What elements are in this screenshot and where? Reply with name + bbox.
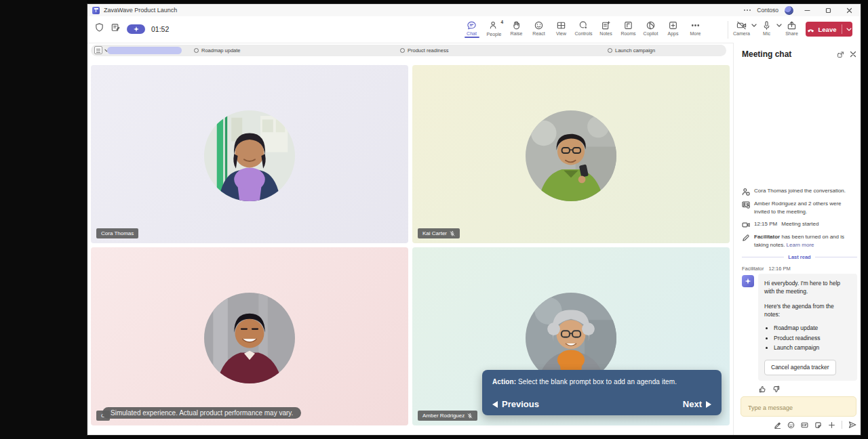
copilot-icon	[646, 20, 656, 30]
camera-off-icon	[736, 20, 747, 30]
facilitator-avatar	[742, 275, 754, 287]
tab-view[interactable]: View	[550, 18, 572, 39]
tab-raise[interactable]: Raise	[505, 18, 528, 39]
facilitator-message-bubble: Hi everybody. I'm here to help with the …	[758, 274, 857, 381]
message-sender: Facilitator	[742, 266, 764, 272]
controls-icon	[578, 20, 589, 30]
previous-arrow-icon	[492, 401, 498, 408]
sticker-icon[interactable]	[814, 421, 822, 429]
tab-people[interactable]: 4 People	[483, 18, 505, 39]
more-ellipsis-icon	[690, 20, 701, 30]
chat-event-facilitator: Facilitator has been turned on and is ta…	[742, 233, 857, 249]
gif-icon[interactable]	[801, 421, 808, 429]
previous-button[interactable]: Previous	[492, 399, 539, 409]
person-joined-icon	[742, 188, 750, 196]
chat-icon	[467, 20, 477, 30]
meeting-chat-panel: Meeting chat Cora Thomas joined the conv…	[733, 43, 861, 435]
leave-options-chevron[interactable]	[846, 28, 852, 31]
tab-chat[interactable]: Chat	[460, 18, 483, 39]
thumbs-up-icon[interactable]	[759, 385, 766, 393]
close-window-button[interactable]	[842, 5, 856, 16]
agenda-list-icon[interactable]	[94, 46, 102, 54]
sparkle-icon	[134, 26, 139, 32]
agenda-item-campaign[interactable]: Launch campaign	[608, 45, 655, 56]
agenda-item-readiness[interactable]: Product readiness	[400, 45, 448, 56]
popout-chat-icon[interactable]	[837, 51, 844, 58]
tab-rooms[interactable]: Rooms	[617, 18, 639, 39]
mic-button[interactable]: Mic	[757, 18, 776, 36]
window-title: ZavaWave Product Launch	[104, 7, 177, 14]
view-grid-icon	[556, 20, 566, 30]
video-tile-kai[interactable]: Kai Carter	[412, 65, 730, 243]
share-screen-icon	[787, 20, 797, 30]
meeting-notes-icon[interactable]	[111, 22, 121, 35]
message-time: 12:16 PM	[769, 266, 791, 272]
learn-more-link[interactable]: Learn more	[787, 242, 814, 248]
emoji-icon[interactable]	[787, 421, 795, 429]
participant-photo	[204, 110, 295, 201]
apps-plus-icon	[668, 20, 678, 30]
hangup-icon	[806, 25, 815, 34]
mic-icon	[762, 20, 772, 30]
notes-icon	[601, 20, 611, 30]
close-chat-icon[interactable]	[850, 51, 856, 58]
format-icon[interactable]	[774, 421, 781, 429]
next-button[interactable]: Next	[683, 399, 711, 409]
tab-notes[interactable]: Notes	[595, 18, 617, 39]
meeting-toolbar: 01:52 Chat 4 People Raise React	[87, 16, 861, 43]
device-controls: Camera Mic Share	[726, 18, 801, 39]
tab-apps[interactable]: Apps	[662, 18, 684, 39]
restore-button[interactable]	[821, 5, 835, 16]
agenda-circle-icon	[608, 48, 612, 53]
react-smiley-icon	[534, 20, 544, 30]
people-icon	[489, 20, 499, 30]
left-black-rail	[0, 0, 87, 439]
agenda-item-roadmap[interactable]: Roadmap update	[194, 45, 241, 56]
agenda-circle-icon	[194, 48, 199, 53]
mic-options-chevron[interactable]	[776, 24, 783, 27]
person-invited-icon	[742, 201, 750, 209]
toolbar-tabs: Chat 4 People Raise React View	[460, 18, 707, 39]
titlebar-more-icon[interactable]	[744, 9, 751, 11]
ai-indicator-pill[interactable]	[127, 24, 145, 34]
last-read-divider: Last read	[742, 254, 857, 260]
chat-panel-title: Meeting chat	[742, 49, 831, 59]
mic-muted-icon	[467, 413, 473, 419]
video-tile-bottom-left[interactable]: C	[91, 247, 408, 425]
share-button[interactable]: Share	[783, 18, 801, 36]
chat-event-joined: Cora Thomas joined the conversation.	[742, 187, 857, 196]
coachmark-text: Select the blank prompt box to add an ag…	[516, 378, 677, 385]
minimize-button[interactable]	[800, 5, 814, 16]
blank-agenda-prompt-box[interactable]	[107, 47, 182, 54]
message-input-box[interactable]	[741, 396, 856, 417]
tab-controls[interactable]: Controls	[572, 18, 595, 39]
attach-plus-icon[interactable]	[828, 421, 835, 429]
disclaimer-banner: Simulated experience. Actual product per…	[102, 407, 301, 419]
rooms-icon	[623, 20, 633, 30]
pen-icon	[742, 234, 750, 242]
message-input[interactable]	[747, 404, 853, 412]
nametag-cora: Cora Thomas	[96, 228, 138, 238]
sparkle-icon	[745, 278, 751, 285]
tab-react[interactable]: React	[528, 18, 550, 39]
agenda-bullet-list: Roadmap update Product readiness Launch …	[764, 324, 851, 352]
participant-photo	[204, 293, 295, 383]
window-titlebar: ZavaWave Product Launch Contoso	[87, 4, 861, 17]
security-shield-icon[interactable]	[94, 22, 104, 35]
agenda-circle-icon	[400, 48, 405, 53]
cancel-agenda-tracker-button[interactable]: Cancel agenda tracker	[764, 360, 836, 375]
account-avatar[interactable]	[785, 6, 793, 15]
compose-area	[741, 396, 856, 429]
leave-button[interactable]: Leave	[806, 22, 852, 37]
nametag-amber: Amber Rodriguez	[418, 411, 477, 421]
camera-button[interactable]: Camera	[732, 18, 751, 36]
camera-options-chevron[interactable]	[751, 24, 757, 27]
tab-copilot[interactable]: Copilot	[639, 18, 662, 39]
message-meta: Facilitator 12:16 PM	[742, 266, 857, 272]
tab-more[interactable]: More	[684, 18, 707, 39]
thumbs-down-icon[interactable]	[772, 385, 780, 393]
nametag-kai: Kai Carter	[418, 228, 460, 238]
meeting-timer: 01:52	[151, 25, 169, 33]
video-tile-cora[interactable]: Cora Thomas	[91, 65, 408, 243]
send-icon[interactable]	[848, 421, 856, 429]
